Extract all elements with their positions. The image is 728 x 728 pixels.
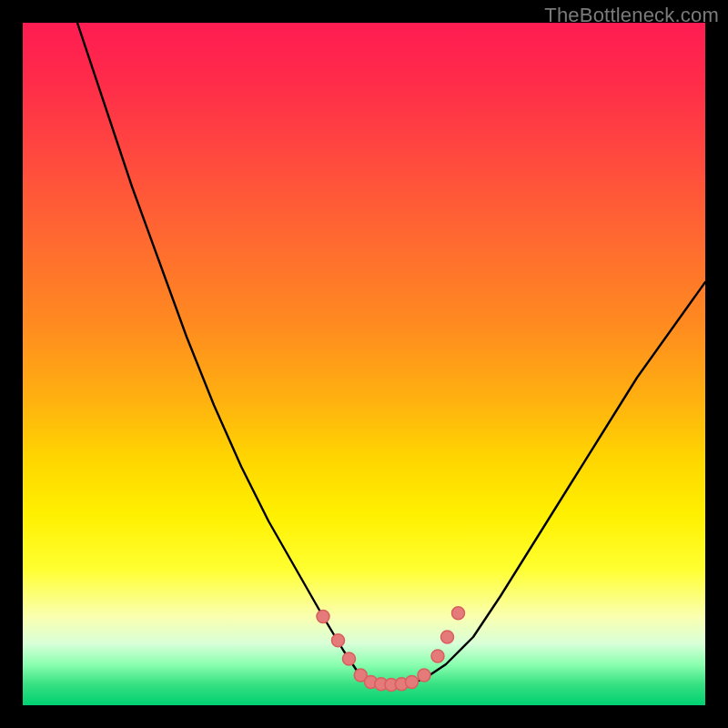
curve-marker-9	[418, 669, 430, 682]
curve-marker-1	[332, 634, 345, 647]
curve-markers	[317, 607, 465, 692]
curve-marker-2	[343, 652, 356, 665]
curve-marker-11	[441, 631, 454, 643]
curve-marker-12	[452, 607, 465, 620]
bottleneck-curve	[77, 23, 705, 685]
curve-layer	[23, 23, 705, 705]
chart-stage: TheBottleneck.com	[0, 0, 728, 728]
curve-marker-8	[406, 676, 419, 689]
plot-area	[23, 23, 705, 705]
curve-marker-10	[431, 650, 444, 662]
curve-marker-0	[317, 611, 329, 623]
